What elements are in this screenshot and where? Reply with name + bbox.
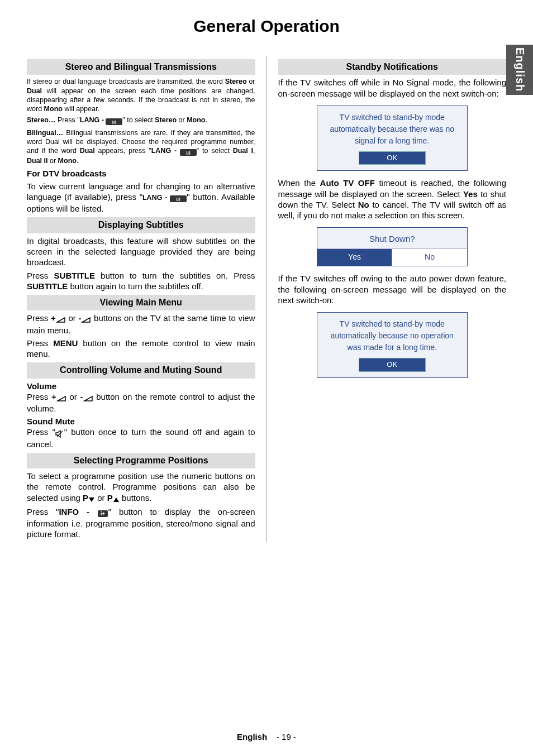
osd-no-operation: TV switched to stand-by mode automatical…: [317, 312, 468, 378]
section-stereo-header: Stereo and Bilingual Transmissions: [27, 59, 255, 75]
section-main-menu-header: Viewing Main Menu: [27, 295, 255, 310]
svg-marker-7: [82, 318, 90, 322]
mute-paragraph: Press "" button once to turn the sound o…: [27, 427, 255, 449]
volume-paragraph: Press + or - button on the remote contro…: [27, 391, 255, 414]
footer-language: English: [237, 732, 267, 741]
main-menu-paragraph-1: Press + or - buttons on the TV at the sa…: [27, 313, 255, 335]
section-subtitles-header: Displaying Subtitles: [27, 217, 255, 233]
stereo-line-2: Stereo… Press "LANG - Ⅰ/Ⅱ" to select Ste…: [27, 116, 255, 126]
footer-page-number: - 19 -: [277, 732, 296, 741]
osd-shut-down: Shut Down? Yes No: [317, 227, 468, 266]
svg-text:Ⅰ/Ⅱ: Ⅰ/Ⅱ: [112, 120, 116, 125]
stereo-paragraph-1: If stereo or dual language broadcasts ar…: [27, 77, 255, 113]
volume-label: Volume: [27, 381, 255, 391]
osd-yes-button[interactable]: Yes: [317, 249, 393, 266]
standby-paragraph-1: If the TV switches off while in No Signa…: [278, 77, 507, 98]
svg-marker-6: [57, 318, 65, 322]
programme-paragraph-2: Press "INFO - i+" button to display the …: [27, 506, 255, 540]
osd-message: TV switched to stand-by mode automatical…: [322, 318, 463, 353]
osd-question: Shut Down?: [317, 228, 467, 248]
content-columns: Stereo and Bilingual Transmissions If st…: [27, 56, 506, 542]
osd-no-signal: TV switched to stand-by mode automatical…: [317, 106, 468, 171]
bilingual-paragraph: Bilingual… Bilingual transmissions are r…: [27, 128, 255, 166]
section-standby-header: Standby Notifications: [278, 59, 507, 75]
osd-message: TV switched to stand-by mode automatical…: [322, 112, 463, 147]
mute-label: Sound Mute: [27, 416, 255, 427]
volume-up-icon: [56, 314, 66, 324]
right-column: Standby Notifications If the TV switches…: [278, 56, 507, 542]
column-divider: [266, 56, 267, 542]
volume-down-icon: [83, 393, 93, 403]
section-programme-header: Selecting Programme Positions: [27, 453, 255, 468]
section-volume-header: Controlling Volume and Muting Sound: [27, 362, 255, 378]
svg-line-11: [57, 431, 63, 437]
svg-marker-13: [113, 497, 119, 502]
side-tab-label: English: [513, 47, 526, 92]
page-footer: English - 19 -: [0, 732, 533, 741]
left-column: Stereo and Bilingual Transmissions If st…: [27, 56, 255, 542]
osd-ok-button[interactable]: OK: [359, 358, 426, 372]
volume-down-icon: [81, 314, 91, 324]
lang-i-ii-icon: Ⅰ/Ⅱ: [106, 117, 122, 126]
lang-i-ii-icon: Ⅰ/Ⅱ: [170, 193, 187, 203]
mute-icon: [55, 428, 64, 438]
svg-text:Ⅰ/Ⅱ: Ⅰ/Ⅱ: [186, 150, 191, 155]
subtitles-paragraph-2: Press SUBTITLE button to turn the subtit…: [27, 270, 255, 291]
info-icon: i+: [97, 508, 108, 518]
svg-marker-8: [58, 396, 65, 401]
osd-button-row: Yes No: [317, 248, 467, 266]
dtv-paragraph: To view current language and for changin…: [27, 181, 255, 214]
svg-marker-9: [84, 396, 92, 401]
standby-paragraph-2: When the Auto TV OFF timeout is reached,…: [278, 178, 507, 221]
standby-paragraph-3: If the TV switches off owing to the auto…: [278, 273, 507, 305]
osd-ok-button[interactable]: OK: [359, 151, 426, 165]
language-side-tab: English: [506, 45, 533, 95]
svg-text:Ⅰ/Ⅱ: Ⅰ/Ⅱ: [176, 197, 180, 202]
dtv-header: For DTV broadcasts: [27, 168, 255, 179]
svg-text:i+: i+: [101, 511, 105, 516]
osd-no-button[interactable]: No: [392, 249, 467, 266]
svg-marker-12: [89, 497, 94, 502]
lang-i-ii-icon: Ⅰ/Ⅱ: [180, 147, 197, 156]
triangle-up-icon: [113, 494, 120, 504]
subtitles-paragraph-1: In digital broadcasts, this feature will…: [27, 236, 255, 268]
page-title: General Operation: [27, 17, 506, 36]
programme-paragraph-1: To select a programme position use the n…: [27, 471, 255, 504]
volume-up-icon: [56, 393, 66, 403]
main-menu-paragraph-2: Press MENU button on the remote control …: [27, 338, 255, 359]
triangle-down-icon: [88, 494, 95, 504]
page: General Operation English Stereo and Bil…: [0, 0, 533, 756]
